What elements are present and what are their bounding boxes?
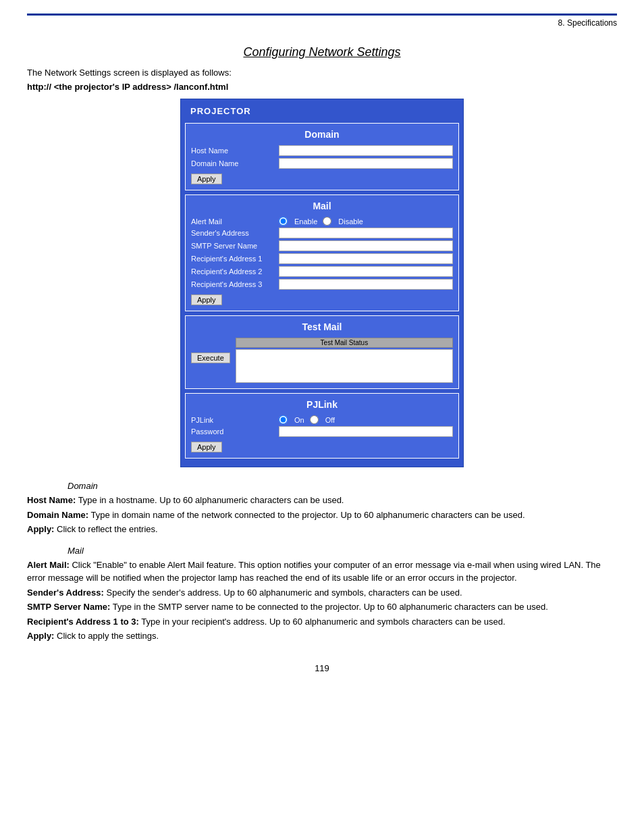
pjlink-row: PJLink On Off — [191, 415, 453, 424]
recipient3-label: Recipient's Address 3 — [191, 280, 279, 288]
domain-title: Domain — [191, 129, 453, 140]
sender-address-row: Sender's Address — [191, 228, 453, 238]
recipient2-label: Recipient's Address 2 — [191, 267, 279, 276]
host-name-row: Host Name — [191, 145, 453, 156]
host-name-def: Type in a hostname. Up to 60 alphanumeri… — [78, 495, 344, 505]
smtp-server-row: SMTP Server Name — [191, 240, 453, 251]
pjlink-title: PJLink — [191, 399, 453, 410]
domain-name-def: Type in domain name of the network conne… — [90, 510, 525, 520]
pjlink-off-radio[interactable] — [310, 415, 319, 424]
ui-panel-wrapper: PROJECTOR Domain Host Name Domain Name A… — [27, 99, 617, 467]
domain-name-input[interactable] — [279, 158, 453, 169]
mail-desc-sender: Sender's Address: Specify the sender's a… — [27, 586, 617, 600]
recipient1-row: Recipient's Address 1 — [191, 253, 453, 264]
smtp-def: Type in the SMTP server name to be conne… — [113, 602, 548, 612]
test-mail-inner: Execute Test Mail Status — [191, 338, 453, 383]
domain-name-label: Domain Name — [191, 159, 279, 167]
pjlink-password-input[interactable] — [279, 426, 453, 437]
pjlink-section: PJLink PJLink On Off Password Apply — [185, 393, 459, 459]
domain-apply-button[interactable]: Apply — [191, 174, 222, 184]
pjlink-off-label: Off — [325, 416, 335, 424]
domain-desc-section: Domain Host Name: Type in a hostname. Up… — [27, 481, 617, 536]
mail-desc-smtp: SMTP Server Name: Type in the SMTP serve… — [27, 600, 617, 614]
pjlink-label: PJLink — [191, 416, 279, 424]
test-mail-title: Test Mail — [191, 321, 453, 332]
mail-apply-term: Apply: — [27, 631, 54, 641]
alert-mail-radio-group: Enable Disable — [279, 217, 363, 226]
mail-title: Mail — [191, 201, 453, 211]
pjlink-radio-group: On Off — [279, 415, 335, 424]
smtp-server-label: SMTP Server Name — [191, 242, 279, 250]
page-title: Configuring Network Settings — [27, 45, 617, 59]
sender-def: Specify the sender's address. Up to 60 a… — [107, 588, 462, 598]
domain-desc-text: Host Name: Type in a hostname. Up to 60 … — [27, 494, 617, 536]
recipient-def: Type in your recipient's address. Up to … — [141, 617, 505, 627]
alert-mail-disable-radio[interactable] — [323, 217, 331, 226]
host-name-input[interactable] — [279, 145, 453, 156]
page-title-section: Configuring Network Settings — [27, 45, 617, 59]
domain-name-row: Domain Name — [191, 158, 453, 169]
mail-desc-section: Mail Alert Mail: Click "Enable" to enabl… — [27, 546, 617, 643]
recipient-term: Recipient's Address 1 to 3: — [27, 617, 139, 627]
recipient2-input[interactable] — [279, 266, 453, 277]
execute-col: Execute — [191, 338, 230, 383]
alert-mail-label: Alert Mail — [191, 217, 279, 226]
url-text: http:// <the projector's IP address> /la… — [27, 82, 617, 92]
domain-apply-term: Apply: — [27, 524, 54, 534]
mail-desc-text: Alert Mail: Click "Enable" to enable Ale… — [27, 558, 617, 643]
alert-mail-row: Alert Mail Enable Disable — [191, 217, 453, 226]
section-label: 8. Specifications — [558, 18, 617, 28]
host-name-term: Host Name: — [27, 495, 76, 505]
page-number: 119 — [27, 663, 617, 673]
domain-desc-title: Domain — [68, 481, 617, 491]
status-col: Test Mail Status — [236, 338, 453, 383]
pjlink-on-radio[interactable] — [279, 415, 288, 424]
mail-desc-title: Mail — [68, 546, 617, 556]
alert-mail-enable-radio[interactable] — [279, 217, 288, 226]
enable-label: Enable — [294, 217, 317, 226]
pjlink-password-row: Password — [191, 426, 453, 437]
sender-term: Sender's Address: — [27, 588, 104, 598]
recipient3-row: Recipient's Address 3 — [191, 279, 453, 290]
test-mail-status-label: Test Mail Status — [236, 338, 453, 348]
mail-desc-recipient: Recipient's Address 1 to 3: Type in your… — [27, 615, 617, 629]
mail-desc-alertmail: Alert Mail: Click "Enable" to enable Ale… — [27, 558, 617, 585]
test-mail-status-textarea[interactable] — [236, 349, 453, 383]
ui-panel: PROJECTOR Domain Host Name Domain Name A… — [180, 99, 464, 467]
panel-header: PROJECTOR — [185, 103, 459, 119]
recipient3-input[interactable] — [279, 279, 453, 290]
recipient1-label: Recipient's Address 1 — [191, 255, 279, 263]
top-bar: 8. Specifications — [27, 14, 617, 32]
pjlink-password-label: Password — [191, 427, 279, 436]
sender-address-label: Sender's Address — [191, 229, 279, 237]
domain-desc-hostname: Host Name: Type in a hostname. Up to 60 … — [27, 494, 617, 507]
pjlink-on-label: On — [294, 416, 304, 424]
host-name-label: Host Name — [191, 147, 279, 155]
execute-button[interactable]: Execute — [191, 353, 230, 363]
domain-section: Domain Host Name Domain Name Apply — [185, 123, 459, 190]
alert-mail-def: Click "Enable" to enable Alert Mail feat… — [27, 560, 601, 583]
mail-section: Mail Alert Mail Enable Disable Sender's … — [185, 194, 459, 311]
recipient1-input[interactable] — [279, 253, 453, 264]
domain-apply-def: Click to reflect the entries. — [57, 524, 158, 534]
domain-desc-domainname: Domain Name: Type in domain name of the … — [27, 509, 617, 522]
mail-apply-button[interactable]: Apply — [191, 294, 222, 305]
mail-desc-apply: Apply: Click to apply the settings. — [27, 629, 617, 643]
test-mail-section: Test Mail Execute Test Mail Status — [185, 315, 459, 389]
smtp-term: SMTP Server Name: — [27, 602, 110, 612]
alert-mail-term: Alert Mail: — [27, 560, 70, 570]
pjlink-apply-button[interactable]: Apply — [191, 442, 222, 452]
mail-apply-def: Click to apply the settings. — [57, 631, 159, 641]
smtp-server-input[interactable] — [279, 240, 453, 251]
sender-address-input[interactable] — [279, 228, 453, 238]
domain-name-term: Domain Name: — [27, 510, 88, 520]
intro-text: The Network Settings screen is displayed… — [27, 68, 617, 78]
domain-desc-apply: Apply: Click to reflect the entries. — [27, 523, 617, 536]
recipient2-row: Recipient's Address 2 — [191, 266, 453, 277]
disable-label: Disable — [338, 217, 363, 226]
